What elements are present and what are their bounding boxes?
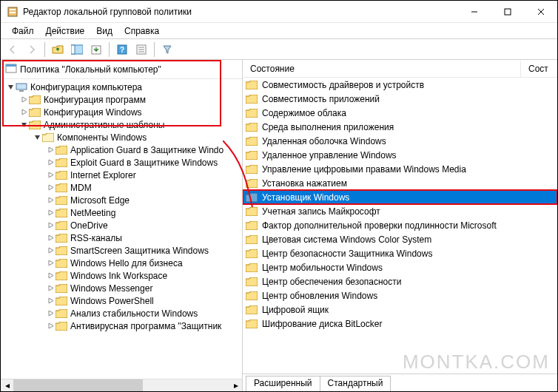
chevron-down-icon[interactable] [19,120,29,130]
list-item-label: Установка нажатием [262,178,347,189]
tree-item[interactable]: Windows Messenger [70,283,152,294]
tree-item[interactable]: Конфигурация компьютера [30,82,142,92]
list-item[interactable]: Совместимость приложений [243,92,557,106]
chevron-right-icon[interactable] [19,107,29,118]
properties-button[interactable] [132,41,150,58]
scroll-right-icon[interactable]: ▸ [229,379,242,392]
list-item[interactable]: Управление цифровыми правами Windows Med… [243,162,557,176]
chevron-right-icon[interactable] [45,258,56,268]
tree-item[interactable]: Microsoft Edge [70,195,130,206]
tree-item[interactable]: Application Guard в Защитнике Windo [70,145,223,155]
list-item-label: Управление цифровыми правами Windows Med… [262,164,466,175]
list-item[interactable]: Содержимое облака [243,106,557,120]
chevron-right-icon[interactable] [45,233,56,243]
tree-item-selected[interactable]: Компоненты Windows [57,132,147,143]
folder-icon [29,108,41,117]
close-button[interactable] [524,1,557,23]
chevron-right-icon[interactable] [45,296,56,306]
list-item[interactable]: Цветовая система Windows Color System [243,232,557,246]
tree-item[interactable]: SmartScreen Защитника Windows [70,246,209,256]
tab-standard[interactable]: Стандартный [320,376,391,391]
tree-item[interactable]: Антивирусная программа "Защитник [70,321,221,331]
tree-item[interactable]: NetMeeting [70,208,115,218]
list-item-label: Центр обновления Windows [262,291,377,301]
list-item[interactable]: Учетная запись Майкрософт [243,204,557,218]
tree-item[interactable]: Exploit Guard в Защитнике Windows [70,158,218,168]
list-item[interactable]: Цифровой ящик [243,303,557,317]
svg-rect-2 [10,12,16,13]
folder-icon [56,183,67,192]
column-header-state2[interactable]: Сост [520,61,557,77]
list-item[interactable]: Удаленная оболочка Windows [243,134,557,148]
chevron-right-icon[interactable] [45,283,56,294]
folder-icon [56,171,67,180]
chevron-right-icon[interactable] [45,170,56,180]
chevron-down-icon[interactable] [32,132,42,143]
folder-icon [56,146,67,155]
tree-pane: Политика "Локальный компьютер" Конфигура… [1,60,243,391]
column-header-state[interactable]: Состояние [243,61,520,77]
chevron-right-icon[interactable] [45,321,56,331]
list-item[interactable]: Установщик Windows [243,190,557,204]
tree-item[interactable]: Windows PowerShell [70,296,154,306]
list-item[interactable]: Совместимость драйверов и устройств [243,78,557,92]
maximize-button[interactable] [491,1,524,23]
tree-item[interactable]: Конфигурация программ [44,95,146,105]
tree-item[interactable]: Административные шаблоны [44,120,164,130]
tab-extended[interactable]: Расширенный [246,376,320,391]
menu-help[interactable]: Справка [119,24,164,38]
chevron-right-icon[interactable] [45,308,56,319]
list-item-label: Центр обеспечения безопасности [262,277,402,287]
chevron-right-icon[interactable] [45,271,56,281]
folder-icon [246,263,258,272]
list-item[interactable]: Центр обновления Windows [243,288,557,303]
back-button[interactable] [4,41,21,58]
list-item-label: Содержимое облака [262,108,346,118]
chevron-right-icon[interactable] [45,145,56,155]
list-item[interactable]: Центр безопасности Защитника Windows [243,246,557,260]
list-item[interactable]: Шифрование диска BitLocker [243,317,557,331]
tree-item[interactable]: Internet Explorer [70,170,136,180]
chevron-right-icon[interactable] [45,220,56,231]
list-item[interactable]: Установка нажатием [243,176,557,190]
horizontal-scrollbar[interactable]: ◂ ▸ [1,379,242,391]
export-list-button[interactable] [87,41,105,58]
up-folder-button[interactable] [49,41,67,58]
list-item[interactable]: Центр мобильности Windows [243,260,557,274]
app-icon [7,6,19,18]
help-button[interactable]: ? [113,41,131,58]
tree-item[interactable]: Windows Hello для бизнеса [70,258,183,268]
list-item[interactable]: Удаленное управление Windows [243,148,557,162]
forward-button[interactable] [23,41,41,58]
tree-item[interactable]: RSS-каналы [70,233,122,243]
chevron-right-icon[interactable] [45,195,56,206]
filter-button[interactable] [158,41,176,58]
chevron-right-icon[interactable] [45,183,56,193]
list-item-label: Среда выполнения приложения [262,122,394,132]
tree-item[interactable]: Windows Ink Workspace [70,271,167,281]
menu-file[interactable]: Файл [7,24,39,38]
list-item-label: Совместимость приложений [262,94,380,104]
tree-item[interactable]: Конфигурация Windows [44,107,142,118]
window-title: Редактор локальной групповой политики [23,7,457,17]
show-hide-tree-button[interactable] [68,41,86,58]
menu-view[interactable]: Вид [91,24,118,38]
list-item-label: Центр безопасности Защитника Windows [262,249,432,259]
tree-item[interactable]: OneDrive [70,220,108,231]
menu-action[interactable]: Действие [41,24,90,38]
scroll-left-icon[interactable]: ◂ [1,379,13,392]
tree-item[interactable]: MDM [70,183,92,193]
tree-root-label[interactable]: Политика "Локальный компьютер" [20,64,161,75]
list-item[interactable]: Фактор дополнительной проверки подлиннос… [243,218,557,232]
chevron-down-icon[interactable] [5,82,16,92]
svg-rect-19 [19,90,24,92]
list-item[interactable]: Среда выполнения приложения [243,120,557,134]
chevron-right-icon[interactable] [45,208,56,218]
list-item[interactable]: Центр обеспечения безопасности [243,274,557,288]
chevron-right-icon[interactable] [19,95,29,105]
folder-icon [29,121,41,129]
minimize-button[interactable] [457,1,491,23]
chevron-right-icon[interactable] [45,246,56,256]
chevron-right-icon[interactable] [45,158,56,168]
tree-item[interactable]: Анализ стабильности Windows [70,308,198,319]
